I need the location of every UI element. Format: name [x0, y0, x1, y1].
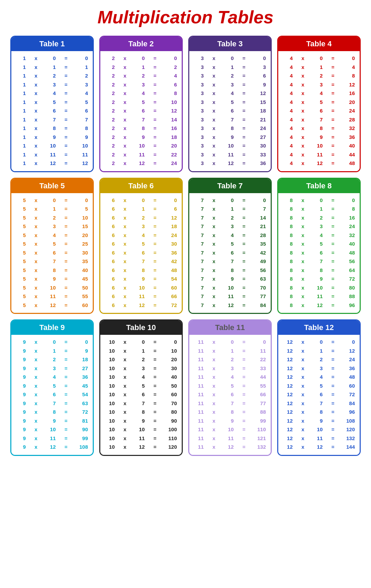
times-symbol: x	[300, 115, 306, 124]
equals-symbol: =	[241, 63, 247, 72]
equals-symbol: =	[241, 159, 247, 168]
table-row: 4 x 7 = 28	[283, 115, 355, 124]
table-row: 5 x 9 = 45	[16, 274, 88, 283]
table-header-2: Table 2	[100, 37, 182, 51]
equals-symbol: =	[241, 283, 247, 292]
multiplicand: 6	[105, 274, 115, 283]
multiplier: 10	[224, 141, 234, 150]
multiplier: 3	[135, 80, 145, 89]
product: 20	[165, 355, 177, 364]
multiplier: 8	[135, 266, 145, 275]
multiplicand: 3	[194, 150, 204, 159]
equals-symbol: =	[241, 434, 247, 443]
table-row: 8 x 1 = 8	[283, 204, 355, 213]
table-row: 8 x 2 = 16	[283, 213, 355, 222]
multiplicand: 5	[16, 231, 26, 240]
equals-symbol: =	[241, 346, 247, 355]
multiplicand: 2	[105, 89, 115, 98]
table-body-12: 12 x 0 = 012 x 1 = 1212 x 2 = 2412 x 3 =…	[278, 335, 360, 455]
multiplier: 6	[224, 106, 234, 115]
multiplier: 10	[135, 141, 145, 150]
product: 99	[254, 416, 266, 425]
multiplicand: 9	[16, 399, 26, 408]
equals-symbol: =	[241, 222, 247, 231]
table-row: 2 x 9 = 18	[105, 133, 177, 142]
product: 5	[76, 204, 88, 213]
product: 108	[76, 443, 88, 451]
table-row: 6 x 0 = 0	[105, 196, 177, 205]
product: 90	[165, 416, 177, 425]
equals-symbol: =	[63, 416, 69, 425]
equals-symbol: =	[330, 266, 336, 275]
multiplier: 1	[46, 346, 56, 355]
multiplier: 7	[224, 257, 234, 266]
equals-symbol: =	[63, 80, 69, 89]
times-symbol: x	[300, 204, 306, 213]
product: 72	[165, 301, 177, 310]
product: 12	[254, 89, 266, 98]
table-row: 11 x 3 = 33	[194, 364, 266, 373]
multiplicand: 4	[283, 133, 293, 142]
multiplier: 1	[135, 346, 145, 355]
times-symbol: x	[122, 141, 128, 150]
equals-symbol: =	[152, 257, 158, 266]
multiplier: 3	[135, 222, 145, 231]
table-row: 3 x 7 = 21	[194, 115, 266, 124]
table-row: 3 x 2 = 6	[194, 71, 266, 80]
table-row: 6 x 2 = 12	[105, 213, 177, 222]
product: 25	[76, 239, 88, 248]
multiplier: 4	[46, 89, 56, 98]
multiplier: 3	[313, 80, 323, 89]
equals-symbol: =	[152, 124, 158, 133]
multiplier: 1	[224, 63, 234, 72]
equals-symbol: =	[241, 213, 247, 222]
times-symbol: x	[211, 425, 217, 434]
product: 110	[165, 434, 177, 443]
equals-symbol: =	[152, 283, 158, 292]
product: 22	[254, 355, 266, 364]
equals-symbol: =	[241, 204, 247, 213]
multiplier: 6	[135, 248, 145, 257]
equals-symbol: =	[241, 231, 247, 240]
equals-symbol: =	[241, 106, 247, 115]
multiplier: 6	[313, 390, 323, 399]
multiplier: 6	[46, 390, 56, 399]
product: 0	[165, 196, 177, 205]
product: 1	[76, 63, 88, 72]
multiplier: 8	[313, 124, 323, 133]
product: 24	[165, 159, 177, 168]
equals-symbol: =	[330, 257, 336, 266]
times-symbol: x	[300, 80, 306, 89]
times-symbol: x	[300, 124, 306, 133]
multiplier: 1	[46, 204, 56, 213]
multiplier: 0	[135, 54, 145, 63]
multiplicand: 4	[283, 98, 293, 107]
equals-symbol: =	[241, 355, 247, 364]
multiplier: 10	[46, 425, 56, 434]
table-row: 5 x 1 = 5	[16, 204, 88, 213]
equals-symbol: =	[152, 231, 158, 240]
product: 48	[343, 373, 355, 381]
times-symbol: x	[122, 204, 128, 213]
table-body-9: 9 x 0 = 09 x 1 = 99 x 2 = 189 x 3 = 279 …	[11, 335, 93, 455]
times-symbol: x	[33, 408, 39, 416]
equals-symbol: =	[330, 196, 336, 205]
multiplier: 6	[46, 248, 56, 257]
times-symbol: x	[33, 213, 39, 222]
table-row: 6 x 1 = 6	[105, 204, 177, 213]
table-row: 5 x 11 = 55	[16, 292, 88, 301]
equals-symbol: =	[152, 443, 158, 451]
table-card-2: Table 22 x 0 = 02 x 1 = 22 x 2 = 42 x 3 …	[99, 36, 183, 172]
equals-symbol: =	[63, 106, 69, 115]
times-symbol: x	[33, 292, 39, 301]
times-symbol: x	[33, 89, 39, 98]
product: 12	[343, 80, 355, 89]
multiplicand: 1	[16, 98, 26, 107]
product: 16	[165, 124, 177, 133]
multiplier: 8	[224, 124, 234, 133]
times-symbol: x	[211, 159, 217, 168]
times-symbol: x	[300, 54, 306, 63]
product: 7	[76, 115, 88, 124]
table-row: 7 x 11 = 77	[194, 292, 266, 301]
multiplicand: 4	[283, 159, 293, 168]
